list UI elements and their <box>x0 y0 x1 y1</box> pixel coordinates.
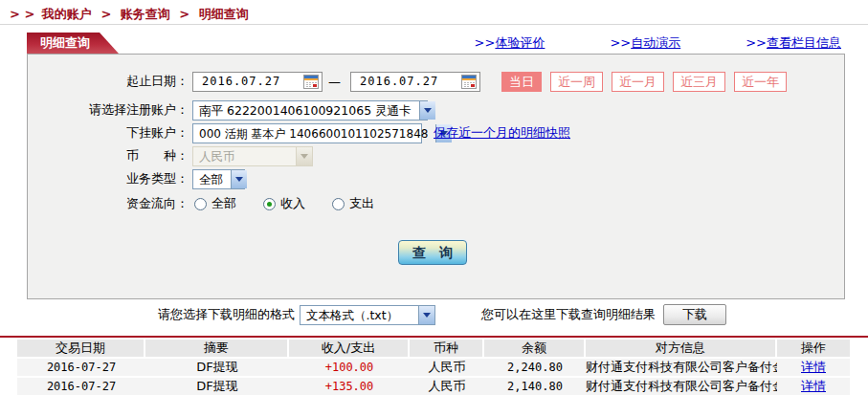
chevron-down-icon[interactable] <box>418 306 434 324</box>
snapshot-link[interactable]: 保存近一个月的明细快照 <box>434 124 570 142</box>
quick-button-last-month[interactable]: 近一月 <box>612 72 664 92</box>
breadcrumb: > > 我的账户 > 账务查询 > 明细查询 <box>10 6 252 23</box>
register-account-row: 请选择注册账户： 南平 6222001406100921065 灵通卡 <box>28 99 844 121</box>
download-format-label: 请您选择下载明细的格式 <box>158 306 295 323</box>
currency-label: 币 种： <box>28 147 189 165</box>
radio-option-all[interactable]: 全部 <box>194 195 236 212</box>
download-button[interactable]: 下载 <box>663 304 726 325</box>
business-type-select[interactable]: 全部 <box>192 169 245 189</box>
radio-icon[interactable] <box>332 198 345 210</box>
breadcrumb-account-query[interactable]: 账务查询 <box>121 7 170 21</box>
cell-balance: 2,240.80 <box>484 359 586 378</box>
breadcrumb-separator: > <box>100 7 111 21</box>
header-balance: 余额 <box>484 340 586 359</box>
radio-option-income[interactable]: 收入 <box>263 195 305 212</box>
cell-counterparty: 财付通支付科技有限公司客户备付金 <box>586 378 777 395</box>
quick-range-buttons: 当日 近一周 近一月 近三月 近一年 <box>501 72 787 92</box>
end-date-input[interactable]: 2016.07.27 <box>350 72 480 92</box>
header-currency: 币种 <box>410 340 484 359</box>
breadcrumb-prefix: > > <box>10 7 34 21</box>
register-account-label: 请选择注册账户： <box>28 101 189 119</box>
header-summary: 摘要 <box>145 340 289 359</box>
query-button-row: 查 询 <box>28 240 844 265</box>
query-button[interactable]: 查 询 <box>398 240 467 265</box>
table-row: 2016-07-27 DF提现 +135.00 人民币 2,140.80 财付通… <box>17 378 850 395</box>
quick-button-last-week[interactable]: 近一周 <box>550 72 603 92</box>
header-amount: 收入/支出 <box>289 340 410 359</box>
cell-date: 2016-07-27 <box>17 359 145 378</box>
cell-balance: 2,140.80 <box>484 378 586 395</box>
business-type-label: 业务类型： <box>28 170 189 187</box>
calendar-icon[interactable] <box>461 75 477 89</box>
cell-counterparty: 财付通支付科技有限公司客户备付金 <box>586 359 777 378</box>
link-experience-rating[interactable]: >>体验评价 <box>475 34 545 52</box>
header-action: 操作 <box>777 340 850 359</box>
fund-flow-row: 资金流向： 全部 收入 支出 <box>28 192 844 215</box>
radio-checked-icon[interactable] <box>263 198 276 210</box>
table-header-row: 交易日期 摘要 收入/支出 币种 余额 对方信息 操作 <box>17 340 850 359</box>
chevron-down-icon <box>296 147 312 165</box>
calendar-icon[interactable] <box>303 75 319 89</box>
cell-amount: +100.00 <box>289 359 410 378</box>
cell-action: 详情 <box>777 359 850 378</box>
currency-row: 币 种： 人民币 <box>28 144 844 167</box>
register-account-select[interactable]: 南平 6222001406100921065 灵通卡 <box>192 100 428 121</box>
breadcrumb-divider <box>0 24 868 25</box>
breadcrumb-my-account[interactable]: 我的账户 <box>42 7 92 21</box>
breadcrumb-separator: > <box>179 7 189 21</box>
date-range-label: 起止日期： <box>28 73 189 90</box>
date-range-dash: — <box>328 75 341 89</box>
cell-action: 详情 <box>777 378 850 395</box>
quick-button-last-3-months[interactable]: 近三月 <box>673 72 725 92</box>
download-row: 请您选择下载明细的格式 文本格式（.txt） 您可以在这里下载查询明细结果 下载 <box>0 302 868 327</box>
sub-account-row: 下挂账户： 000 活期 基本户 1406600101102571848 保存近… <box>28 121 844 144</box>
quick-button-last-year[interactable]: 近一年 <box>734 72 787 92</box>
table-row: 2016-07-27 DF提现 +100.00 人民币 2,240.80 财付通… <box>17 359 850 378</box>
radio-icon[interactable] <box>194 198 207 210</box>
fund-flow-label: 资金流向： <box>28 195 189 212</box>
header-date: 交易日期 <box>17 340 145 359</box>
tab-title: 明细查询 <box>40 35 90 50</box>
link-auto-demo[interactable]: >>自动演示 <box>610 34 680 52</box>
sub-account-select[interactable]: 000 活期 基本户 1406600101102571848 <box>192 123 422 143</box>
cell-date: 2016-07-27 <box>17 378 145 395</box>
detail-query-page: > > 我的账户 > 账务查询 > 明细查询 明细查询 >>体验评价 >>自动演… <box>0 0 868 395</box>
cell-amount: +135.00 <box>289 378 410 395</box>
date-range-row: 起止日期： 2016.07.27 — 2016.07.27 <box>28 70 844 93</box>
detail-link[interactable]: 详情 <box>801 360 826 374</box>
chevron-down-icon[interactable] <box>231 170 247 188</box>
detail-link[interactable]: 详情 <box>801 379 826 393</box>
tab-detail-query: 明细查询 <box>27 33 119 54</box>
link-view-column-info[interactable]: >>查看栏目信息 <box>746 34 841 52</box>
currency-select: 人民币 <box>192 146 313 166</box>
cell-summary: DF提现 <box>145 359 289 378</box>
start-date-input[interactable]: 2016.07.27 <box>192 72 323 92</box>
download-format-select[interactable]: 文本格式（.txt） <box>300 305 435 325</box>
header-counterparty: 对方信息 <box>586 340 777 359</box>
section-header: 明细查询 >>体验评价 >>自动演示 >>查看栏目信息 <box>27 33 845 54</box>
download-hint: 您可以在这里下载查询明细结果 <box>481 306 656 323</box>
cell-currency: 人民币 <box>410 378 484 395</box>
query-form-panel: 起止日期： 2016.07.27 — 2016.07.27 <box>27 54 845 299</box>
table-top-divider <box>0 336 868 338</box>
quick-button-today[interactable]: 当日 <box>501 72 542 92</box>
business-type-row: 业务类型： 全部 <box>28 167 844 190</box>
results-table: 交易日期 摘要 收入/支出 币种 余额 对方信息 操作 2016-07-27 D… <box>17 340 851 395</box>
cell-currency: 人民币 <box>410 359 484 378</box>
sub-account-label: 下挂账户： <box>28 124 189 142</box>
radio-option-expense[interactable]: 支出 <box>332 195 374 212</box>
breadcrumb-detail-query[interactable]: 明细查询 <box>199 7 249 21</box>
cell-summary: DF提现 <box>145 378 289 395</box>
fund-flow-options: 全部 收入 支出 <box>194 195 401 212</box>
header-links: >>体验评价 >>自动演示 >>查看栏目信息 <box>475 34 841 52</box>
chevron-down-icon[interactable] <box>419 101 435 120</box>
